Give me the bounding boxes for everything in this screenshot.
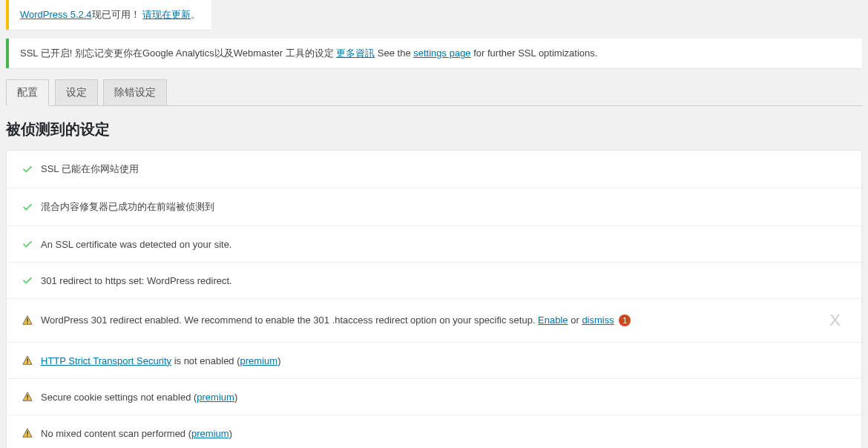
item-row: 混合内容修复器已成功的在前端被侦测到 — [7, 188, 861, 226]
wp-version-link[interactable]: WordPress 5.2.4 — [20, 9, 92, 20]
item-row: SSL 已能在你网站使用 — [7, 151, 861, 188]
update-now-link[interactable]: 请现在更新 — [142, 9, 191, 20]
section-title: 被侦测到的设定 — [6, 119, 862, 139]
nav-tabs: 配置 设定 除错设定 — [6, 79, 862, 106]
ssl-enabled-notice: SSL 已开启! 别忘记变更你在Google Analytics以及Webmas… — [6, 39, 862, 68]
item-row: 301 redirect to https set: WordPress red… — [7, 263, 861, 299]
item-text: HTTP Strict Transport Security is not en… — [41, 355, 846, 366]
svg-rect-2 — [27, 358, 27, 361]
detected-items-list: SSL 已能在你网站使用 混合内容修复器已成功的在前端被侦测到 An SSL c… — [6, 150, 862, 448]
item-text: 301 redirect to https set: WordPress red… — [41, 275, 846, 286]
count-badge: 1 — [619, 314, 631, 326]
svg-rect-3 — [27, 363, 27, 363]
check-icon — [22, 274, 33, 286]
warning-icon — [22, 314, 33, 326]
item-text: Secure cookie settings not enabled (prem… — [41, 392, 846, 403]
item-text: WordPress 301 redirect enabled. We recom… — [41, 314, 823, 327]
wp-update-notice: WordPress 5.2.4现已可用！ 请现在更新。 — [6, 0, 211, 30]
check-icon — [22, 238, 33, 250]
svg-rect-6 — [27, 431, 27, 434]
svg-rect-4 — [27, 395, 27, 398]
enable-link[interactable]: Enable — [538, 314, 568, 326]
tab-config[interactable]: 配置 — [6, 79, 49, 106]
item-row: An SSL certificate was detected on your … — [7, 226, 861, 263]
item-text: SSL 已能在你网站使用 — [41, 162, 846, 176]
item-row: WordPress 301 redirect enabled. We recom… — [7, 299, 861, 343]
item-text: No mixed content scan performed (premium… — [41, 428, 846, 439]
warning-icon — [22, 391, 33, 403]
check-icon — [22, 163, 33, 175]
item-row: Secure cookie settings not enabled (prem… — [7, 379, 861, 415]
svg-rect-7 — [27, 435, 27, 436]
svg-rect-5 — [27, 399, 27, 400]
premium-link[interactable]: premium — [191, 428, 229, 439]
warning-icon — [22, 427, 33, 439]
svg-rect-0 — [27, 318, 27, 321]
premium-link[interactable]: premium — [197, 392, 234, 403]
update-available-text: 现已可用！ — [92, 9, 140, 20]
premium-link[interactable]: premium — [240, 355, 278, 366]
check-icon — [22, 201, 33, 213]
dismiss-link[interactable]: dismiss — [582, 314, 614, 326]
item-row: No mixed content scan performed (premium… — [7, 415, 861, 448]
more-info-link[interactable]: 更多資訊 — [336, 47, 375, 59]
warning-icon — [22, 355, 33, 366]
hsts-link[interactable]: HTTP Strict Transport Security — [41, 355, 171, 366]
ssl-notice-prefix: SSL 已开启! 别忘记变更你在Google Analytics以及Webmas… — [20, 47, 336, 59]
tab-settings[interactable]: 设定 — [55, 79, 98, 106]
item-text: An SSL certificate was detected on your … — [41, 239, 846, 250]
settings-page-link[interactable]: settings page — [413, 47, 470, 59]
close-icon[interactable]: X — [823, 311, 846, 330]
item-row: HTTP Strict Transport Security is not en… — [7, 343, 861, 379]
svg-rect-1 — [27, 323, 27, 323]
tab-debug[interactable]: 除错设定 — [103, 79, 167, 106]
item-text: 混合内容修复器已成功的在前端被侦测到 — [41, 200, 846, 214]
